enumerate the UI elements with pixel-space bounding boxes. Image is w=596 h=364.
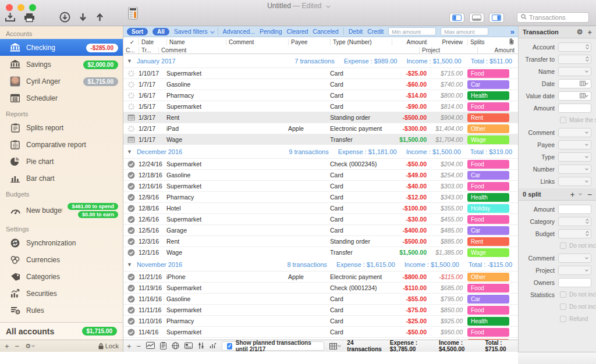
adjust-columns-icon[interactable] (198, 342, 204, 351)
group-header-november-2016[interactable]: ▼November 20168 transactionsExpense : $1… (123, 258, 518, 271)
calculator-app-icon[interactable] (128, 7, 139, 21)
sidebar-item-rules[interactable]: Rules (0, 302, 123, 319)
column-header-splits[interactable]: Splits (467, 39, 509, 45)
move-down-button[interactable] (79, 12, 87, 22)
sidebar-item-cyril-anger[interactable]: Cyril Anger$1,715.00 (0, 73, 123, 90)
statistics-icon[interactable] (210, 342, 217, 350)
transaction-row[interactable]: 11/16/16GasolineCard-$55.00$795.00Car (123, 293, 518, 304)
split-amount-input[interactable] (558, 205, 591, 214)
min-amount-input[interactable]: Min amount (388, 27, 436, 35)
sidebar-item-securities[interactable]: Securities (0, 285, 123, 302)
check-image-icon[interactable] (185, 342, 193, 350)
panel-gear-icon[interactable]: ⚙ (577, 28, 583, 36)
move-up-button[interactable] (95, 12, 104, 22)
column-header-name[interactable]: Name (166, 39, 226, 45)
split-checkbox[interactable]: Do not include in... (558, 290, 596, 299)
import-button[interactable] (5, 12, 16, 22)
transaction-comment-select[interactable] (558, 128, 591, 137)
sidebar-item-scheduler[interactable]: Scheduler (0, 90, 123, 106)
add-transaction-button[interactable]: + (127, 342, 132, 350)
transaction-row[interactable]: 1/6/17PharmacyCard-$14.00$800.00Health (123, 90, 518, 101)
sidebar-item-currencies[interactable]: Currencies (0, 251, 123, 268)
filter-debit-button[interactable]: Debit (349, 28, 363, 35)
transaction-row[interactable]: 11/4/16SupermarketCard-$50.00$950.00Food (123, 326, 518, 337)
column-header-tr[interactable]: Tr... (139, 47, 158, 53)
column-header-amount[interactable]: Amount (392, 39, 427, 45)
transaction-row[interactable]: 11/10/16PharmacyCard-$25.00$925.00Health (123, 315, 518, 326)
title-chevron-icon[interactable] (326, 4, 330, 8)
filter-cleared-button[interactable]: Cleared (287, 28, 308, 35)
disclosure-triangle-icon[interactable]: ▼ (127, 149, 132, 155)
saved-filters-dropdown[interactable]: Saved filters (174, 28, 213, 35)
split-checkbox[interactable]: Refund (558, 315, 591, 324)
column-header-payee[interactable]: Payee (288, 39, 330, 45)
transaction-row[interactable]: 11/19/16SupermarketCheck (0001234)-$110.… (123, 282, 518, 293)
transaction-row[interactable]: 12/3/16RentStanding order-$500.00$885.00… (123, 235, 518, 247)
transaction-row[interactable]: 1/5/17SupermarketCard-$90.00$814.00Food (123, 101, 518, 112)
sidebar-item-categories[interactable]: Categories (0, 268, 123, 285)
sidebar-item-splits-report[interactable]: Splits report (0, 119, 123, 136)
transaction-checkbox[interactable]: Make the sum of... (558, 116, 596, 125)
split-project-select[interactable] (558, 266, 591, 275)
transaction-row[interactable]: 12/8/16HotelCard-$100.00$355.00Holiday (123, 202, 518, 213)
report-icon[interactable] (160, 342, 166, 351)
transaction-date-date[interactable] (558, 79, 591, 88)
split-owners-input[interactable] (558, 278, 591, 287)
transaction-row[interactable]: 12/16/16SupermarketCard-$40.00$303.00Foo… (123, 180, 518, 191)
advanced-filter-button[interactable]: Advanced... (223, 28, 255, 35)
sidebar-item-bar-chart[interactable]: Bar chart (0, 170, 123, 187)
sidebar-item-new-budget[interactable]: New budget$461.00 to spend$0.00 to earn (0, 199, 123, 222)
transaction-row[interactable]: 12/24/16SupermarketCheck (0002345)-$50.0… (123, 158, 518, 169)
transaction-number-select[interactable] (558, 165, 591, 174)
transaction-value-date-date[interactable] (558, 91, 591, 101)
column-header-icons[interactable] (509, 38, 518, 46)
sidebar-item-synchronization[interactable]: Synchronization (0, 234, 123, 251)
show-planned-checkbox[interactable]: ✓ Show planned transactions until 2/1/17 (222, 341, 324, 351)
column-header-c[interactable]: C... (123, 47, 139, 53)
column-header-type[interactable]: Type (Number) (330, 39, 392, 45)
search-input[interactable]: Transactions (517, 12, 589, 23)
filter-credit-button[interactable]: Credit (367, 28, 384, 35)
transaction-row[interactable]: 12/18/16GasolineCard-$49.00$254.00Car (123, 169, 518, 180)
toggle-left-panel-button[interactable] (449, 13, 464, 23)
transaction-transfer-to-stepper[interactable] (558, 55, 591, 64)
table-view-menu[interactable] (329, 343, 342, 349)
sort-button[interactable]: Sort (127, 28, 148, 35)
transaction-row[interactable]: 12/1/16WageTransfer$1,500.00$1,385.00Wag… (123, 247, 518, 258)
transaction-row[interactable]: 12/6/16SupermarketCard-$30.00$455.00Food (123, 213, 518, 224)
split-budget-stepper[interactable] (558, 229, 591, 238)
column-header-split-amount[interactable]: Amount (477, 47, 518, 53)
transaction-links-select[interactable] (558, 177, 591, 186)
split-add-icon[interactable]: + (570, 190, 575, 199)
transaction-row[interactable]: 12/9/16PharmacyCard-$12.00$343.00Health (123, 191, 518, 202)
column-header-split-comment[interactable]: Comment (158, 47, 251, 53)
sidebar-item-savings[interactable]: Savings$2,000.00 (0, 56, 123, 73)
transaction-row[interactable]: 11/21/16iPhoneAppleElectronic payment-$8… (123, 271, 518, 282)
transaction-payee-select[interactable] (558, 140, 591, 149)
remove-transaction-button[interactable]: − (137, 342, 141, 350)
account-actions-gear-icon[interactable]: ⚙ (25, 342, 36, 350)
web-icon[interactable] (172, 342, 179, 351)
transaction-row[interactable]: 1/7/17GasolineCard-$60.00$740.00Car (123, 78, 518, 90)
sidebar-item-checking[interactable]: Checking-$285.00 (0, 39, 123, 56)
filter-all-button[interactable]: All (152, 28, 169, 35)
balance-graph-icon[interactable] (146, 342, 155, 350)
transaction-amount-input[interactable] (558, 104, 591, 113)
transaction-row[interactable]: 1/10/17SupermarketCard-$25.00$715.00Food (123, 67, 518, 78)
filter-canceled-button[interactable]: Canceled (313, 28, 338, 35)
transaction-row[interactable]: 1/3/17RentStanding order-$500.00$904.00R… (123, 112, 518, 123)
lock-button[interactable]: Lock (98, 342, 119, 349)
column-header-project[interactable]: Project (419, 47, 477, 53)
column-header-cleared[interactable]: ✓ (123, 39, 139, 45)
group-header-december-2016[interactable]: ▼December 20169 transactionsExpense : $1… (123, 145, 518, 158)
transaction-row[interactable]: 1/2/17iPadAppleElectronic payment-$300.0… (123, 123, 518, 134)
transaction-type-select[interactable] (558, 152, 591, 162)
transaction-row[interactable]: 12/5/16GarageCard-$400.00$485.00Car (123, 224, 518, 235)
group-header-january-2017[interactable]: ▼January 20177 transactionsExpense : $98… (123, 54, 518, 67)
transaction-account-stepper[interactable] (558, 42, 591, 52)
filter-pending-button[interactable]: Pending (260, 28, 282, 35)
sidebar-item-pie-chart[interactable]: Pie chart (0, 153, 123, 170)
sidebar-item-comparative-report[interactable]: Comparative report (0, 136, 123, 153)
column-header-comment[interactable]: Comment (226, 39, 288, 45)
transaction-name-select[interactable] (558, 67, 591, 76)
